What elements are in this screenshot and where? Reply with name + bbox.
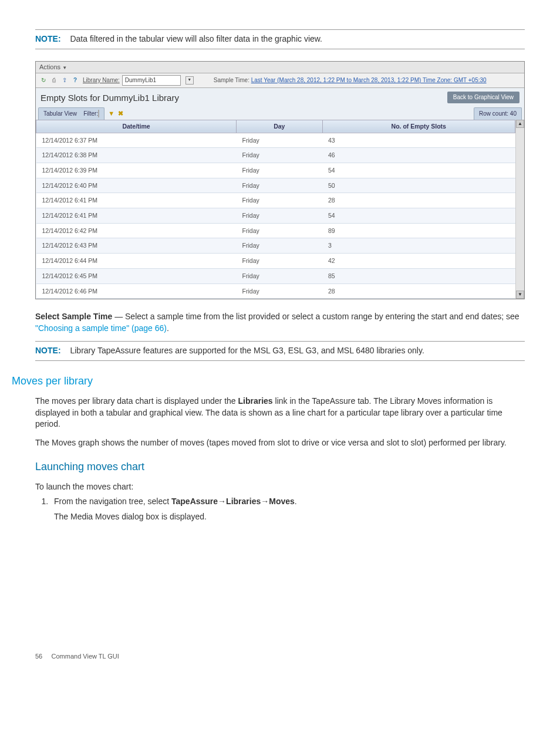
step1a: From the navigation tree, select xyxy=(54,497,171,506)
cell-day: Friday xyxy=(237,238,322,254)
col-empty-slots[interactable]: No. of Empty Slots xyxy=(322,120,515,133)
cell-slots: 28 xyxy=(322,283,515,299)
step1c: → xyxy=(218,497,226,506)
moves-p1a: The moves per library data chart is disp… xyxy=(35,396,238,406)
print-icon[interactable]: ⎙ xyxy=(50,76,58,85)
cell-day: Friday xyxy=(237,178,322,193)
select-sample-time-text1: — Select a sample time from the list pro… xyxy=(112,312,519,321)
cell-day: Friday xyxy=(237,283,322,299)
cell-slots: 54 xyxy=(322,163,515,178)
note-block-libraries: NOTE: Library TapeAssure features are su… xyxy=(35,341,525,361)
cell-slots: 54 xyxy=(322,208,515,224)
screenshot-empty-slots: Actions ▼ ↻ ⎙ ⇪ ? Library Name: DummyLib… xyxy=(35,61,525,300)
filter-clear-icon[interactable]: ✖ xyxy=(118,109,123,118)
note-label: NOTE: xyxy=(35,34,61,43)
select-sample-time-para: Select Sample Time — Select a sample tim… xyxy=(35,311,525,334)
empty-slots-table: Date/time Day No. of Empty Slots 12/14/2… xyxy=(36,120,515,299)
cell-day: Friday xyxy=(237,133,322,148)
library-name-label: Library Name: xyxy=(83,76,120,85)
note-text: Library TapeAssure features are supporte… xyxy=(70,346,424,355)
table-row[interactable]: 12/14/2012 6:40 PMFriday50 xyxy=(36,178,515,193)
cell-day: Friday xyxy=(237,254,322,269)
note-label: NOTE: xyxy=(35,346,61,355)
table-row[interactable]: 12/14/2012 6:41 PMFriday54 xyxy=(36,208,515,224)
cell-slots: 28 xyxy=(322,193,515,208)
table-row[interactable]: 12/14/2012 6:42 PMFriday89 xyxy=(36,223,515,238)
sample-time-label: Sample Time: xyxy=(214,77,249,83)
table-row[interactable]: 12/14/2012 6:37 PMFriday43 xyxy=(36,133,515,148)
cell-datetime: 12/14/2012 6:39 PM xyxy=(36,163,237,178)
moves-p1: The moves per library data chart is disp… xyxy=(35,396,525,430)
help-icon[interactable]: ? xyxy=(71,76,79,85)
cell-slots: 3 xyxy=(322,238,515,254)
cell-datetime: 12/14/2012 6:45 PM xyxy=(36,268,237,283)
choosing-sample-time-link[interactable]: "Choosing a sample time" (page 66) xyxy=(35,323,167,333)
back-to-graphical-button[interactable]: Back to Graphical View xyxy=(447,92,519,103)
tab-label: Tabular View xyxy=(43,110,77,117)
cell-datetime: 12/14/2012 6:44 PM xyxy=(36,254,237,269)
cell-slots: 89 xyxy=(322,223,515,238)
toolbar: ↻ ⎙ ⇪ ? Library Name: DummyLib1 ▼ Sample… xyxy=(36,73,524,88)
select-sample-time-text2: . xyxy=(167,323,169,333)
cell-datetime: 12/14/2012 6:41 PM xyxy=(36,193,237,208)
table-row[interactable]: 12/14/2012 6:43 PMFriday3 xyxy=(36,238,515,254)
heading-moves-per-library: Moves per library xyxy=(12,374,525,389)
table-row[interactable]: 12/14/2012 6:39 PMFriday54 xyxy=(36,163,515,178)
cell-day: Friday xyxy=(237,223,322,238)
filter-input[interactable] xyxy=(98,110,99,117)
cell-datetime: 12/14/2012 6:41 PM xyxy=(36,208,237,224)
launch-step-1: From the navigation tree, select TapeAss… xyxy=(50,496,525,522)
dropdown-arrow-icon[interactable]: ▼ xyxy=(185,76,194,85)
cell-day: Friday xyxy=(237,268,322,283)
step1d: Libraries xyxy=(226,497,261,506)
scroll-down-icon[interactable]: ▼ xyxy=(516,291,524,299)
launch-intro: To launch the moves chart: xyxy=(35,481,525,493)
cell-day: Friday xyxy=(237,208,322,224)
cell-slots: 85 xyxy=(322,268,515,283)
filter-apply-icon[interactable]: ▼ xyxy=(108,109,114,118)
heading-launching-moves-chart: Launching moves chart xyxy=(35,460,525,474)
table-header-row: Date/time Day No. of Empty Slots xyxy=(36,120,515,133)
select-sample-time-lead: Select Sample Time xyxy=(35,312,112,321)
export-icon[interactable]: ⇪ xyxy=(60,76,69,85)
table-row[interactable]: 12/14/2012 6:45 PMFriday85 xyxy=(36,268,515,283)
row-count-badge: Row count: 40 xyxy=(474,107,522,120)
launch-steps: From the navigation tree, select TapeAss… xyxy=(35,496,525,522)
refresh-icon[interactable]: ↻ xyxy=(39,76,48,85)
actions-menu[interactable]: Actions ▼ xyxy=(36,62,524,73)
step1f: Moves xyxy=(269,497,295,506)
cell-slots: 50 xyxy=(322,178,515,193)
library-name-value: DummyLib1 xyxy=(125,76,156,85)
sample-time: Sample Time: Last Year (March 28, 2012, … xyxy=(214,76,487,85)
cell-datetime: 12/14/2012 6:38 PM xyxy=(36,148,237,163)
step1b: TapeAssure xyxy=(171,497,218,506)
page-number: 56 xyxy=(35,653,42,660)
table-row[interactable]: 12/14/2012 6:44 PMFriday42 xyxy=(36,254,515,269)
tabbar: Tabular View Filter: ▼ ✖ Row count: 40 xyxy=(36,107,524,120)
library-name-select[interactable]: DummyLib1 xyxy=(122,75,181,86)
scroll-up-icon[interactable]: ▲ xyxy=(516,120,524,128)
table-row[interactable]: 12/14/2012 6:41 PMFriday28 xyxy=(36,193,515,208)
cell-slots: 43 xyxy=(322,133,515,148)
page-footer: 56 Command View TL GUI xyxy=(35,652,525,661)
cell-datetime: 12/14/2012 6:43 PM xyxy=(36,238,237,254)
tab-tabular-view[interactable]: Tabular View Filter: xyxy=(38,107,104,120)
cell-day: Friday xyxy=(237,193,322,208)
note-block-filter: NOTE: Data filtered in the tabular view … xyxy=(35,29,525,49)
moves-p2: The Moves graph shows the number of move… xyxy=(35,437,525,449)
libraries-link-ref: Libraries xyxy=(238,396,273,406)
footer-title: Command View TL GUI xyxy=(52,653,119,660)
cell-datetime: 12/14/2012 6:37 PM xyxy=(36,133,237,148)
table-row[interactable]: 12/14/2012 6:38 PMFriday46 xyxy=(36,148,515,163)
cell-datetime: 12/14/2012 6:46 PM xyxy=(36,283,237,299)
sample-time-link[interactable]: Last Year (March 28, 2012, 1:22 PM to Ma… xyxy=(251,77,487,83)
step1-sub: The Media Moves dialog box is displayed. xyxy=(54,511,525,523)
actions-label: Actions xyxy=(39,63,60,70)
step1g: . xyxy=(295,497,297,506)
cell-slots: 46 xyxy=(322,148,515,163)
scrollbar[interactable]: ▲ ▼ xyxy=(515,120,524,299)
cell-day: Friday xyxy=(237,163,322,178)
table-row[interactable]: 12/14/2012 6:46 PMFriday28 xyxy=(36,283,515,299)
col-datetime[interactable]: Date/time xyxy=(36,120,237,133)
col-day[interactable]: Day xyxy=(237,120,322,133)
